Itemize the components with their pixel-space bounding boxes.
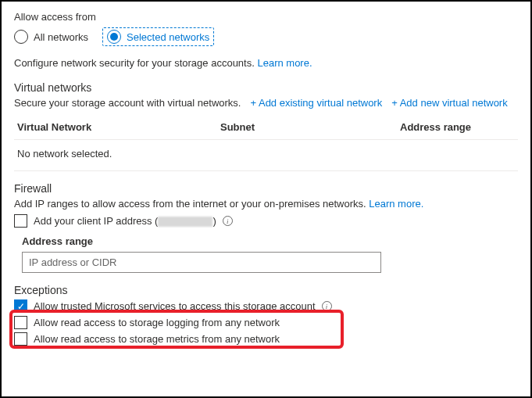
exception-trusted-label: Allow trusted Microsoft services to acce… <box>34 300 316 312</box>
address-range-label: Address range <box>22 235 518 247</box>
add-new-vnet-link[interactable]: + Add new virtual network <box>391 97 508 109</box>
access-from-label: Allow access from <box>14 11 518 23</box>
vnet-desc: Secure your storage account with virtual… <box>14 97 241 109</box>
info-icon[interactable]: i <box>223 216 233 226</box>
exception-metrics-label: Allow read access to storage metrics fro… <box>34 333 280 345</box>
add-client-ip-label: Add your client IP address () <box>34 215 216 227</box>
learn-more-link[interactable]: Learn more. <box>257 57 312 69</box>
vnet-desc-row: Secure your storage account with virtual… <box>14 97 518 109</box>
check-icon: ✓ <box>17 302 25 311</box>
radio-icon <box>14 30 28 44</box>
radio-label: Selected networks <box>127 31 209 43</box>
exception-trusted-checkbox[interactable]: ✓ <box>14 299 27 313</box>
desc-text: Configure network security for your stor… <box>14 57 257 69</box>
access-radio-group: All networks Selected networks <box>14 27 518 46</box>
add-client-ip-checkbox[interactable] <box>14 214 27 228</box>
radio-selected-networks[interactable]: Selected networks <box>102 27 214 46</box>
vnet-heading: Virtual networks <box>14 81 518 94</box>
config-desc: Configure network security for your stor… <box>14 57 518 69</box>
radio-label: All networks <box>34 31 88 43</box>
vnet-table-header: Virtual Network Subnet Address range <box>14 115 518 140</box>
col-address-range: Address range <box>400 121 515 133</box>
vnet-empty-row: No network selected. <box>14 140 518 171</box>
firewall-learn-more-link[interactable]: Learn more. <box>369 198 423 210</box>
exception-logging-row: Allow read access to storage logging fro… <box>14 316 518 329</box>
col-vnet-name: Virtual Network <box>17 121 220 133</box>
firewall-desc-text: Add IP ranges to allow access from the i… <box>14 198 369 210</box>
client-ip-suffix: ) <box>212 215 216 227</box>
exceptions-heading: Exceptions <box>14 284 518 296</box>
exception-trusted-row: ✓ Allow trusted Microsoft services to ac… <box>14 299 518 313</box>
col-subnet: Subnet <box>220 121 400 133</box>
networking-panel: Allow access from All networks Selected … <box>0 0 532 398</box>
add-existing-vnet-link[interactable]: + Add existing virtual network <box>250 97 382 109</box>
radio-icon <box>107 30 121 44</box>
exception-logging-checkbox[interactable] <box>14 316 27 329</box>
radio-all-networks[interactable]: All networks <box>14 27 88 46</box>
firewall-heading: Firewall <box>14 182 518 195</box>
exception-logging-label: Allow read access to storage logging fro… <box>34 317 280 328</box>
exception-metrics-checkbox[interactable] <box>14 332 27 346</box>
firewall-desc: Add IP ranges to allow access from the i… <box>14 198 518 210</box>
add-client-ip-row: Add your client IP address () i <box>14 214 518 228</box>
client-ip-prefix: Add your client IP address ( <box>34 215 158 227</box>
redacted-ip <box>158 217 212 227</box>
address-range-input[interactable] <box>22 252 381 273</box>
info-icon[interactable]: i <box>322 301 332 311</box>
exception-metrics-row: Allow read access to storage metrics fro… <box>14 332 518 346</box>
